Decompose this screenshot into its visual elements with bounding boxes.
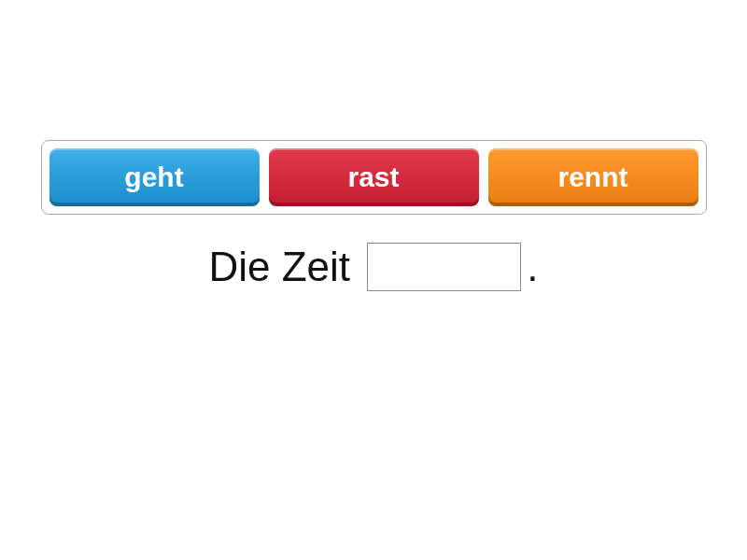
option-label: rennt (558, 161, 628, 192)
sentence-row: Die Zeit . (208, 243, 538, 291)
option-button-geht[interactable]: geht (49, 148, 260, 206)
option-button-rennt[interactable]: rennt (488, 148, 698, 206)
answer-blank[interactable] (367, 243, 521, 291)
options-container: geht rast rennt (41, 140, 707, 215)
sentence-after: . (527, 244, 538, 290)
sentence-before: Die Zeit (208, 244, 361, 290)
option-label: rast (347, 161, 399, 192)
option-button-rast[interactable]: rast (269, 148, 479, 206)
option-label: geht (124, 161, 183, 192)
